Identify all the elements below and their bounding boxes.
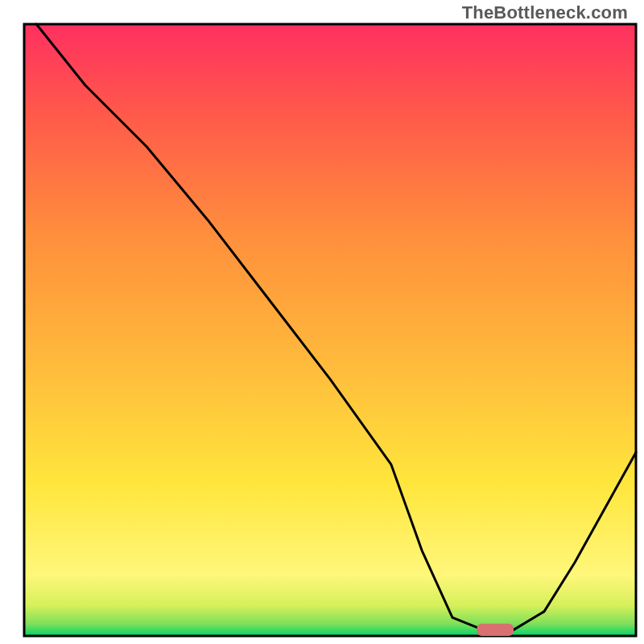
optimal-marker	[477, 624, 514, 636]
bottleneck-chart	[0, 0, 644, 644]
